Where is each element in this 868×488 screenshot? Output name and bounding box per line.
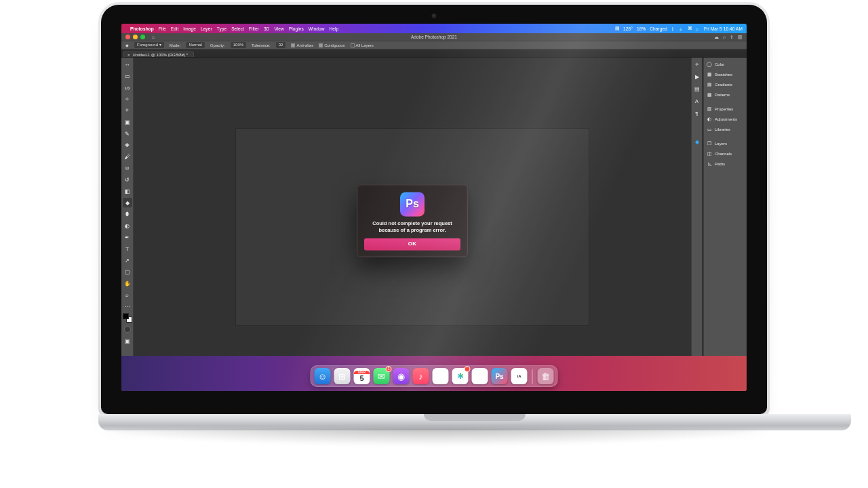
brush-tool-icon[interactable]: 🖌 [123,152,132,161]
dock-podcasts-icon[interactable]: ◉ [393,368,410,384]
menu-window[interactable]: Window [309,26,325,31]
tolerance-input[interactable]: 32 [276,42,286,48]
panel-strip-icon[interactable]: ▤ [693,85,701,93]
crop-tool-icon[interactable]: ⌗ [123,106,132,115]
dock-photoshop-icon[interactable]: Ps [492,368,508,384]
panel-strip-icon[interactable]: A [693,97,701,105]
menu-layer[interactable]: Layer [201,26,212,31]
error-dialog: Ps Could not complete your request becau… [357,184,468,257]
workspace-icon[interactable]: ▥ [738,35,743,40]
cloud-icon[interactable]: ☁ [714,35,719,40]
bluetooth-icon[interactable]: ᛒ [671,26,675,31]
healing-tool-icon[interactable]: ✚ [123,140,132,150]
panel-adjustments[interactable]: ◐Adjustments [704,114,747,124]
search-docs-icon[interactable]: ⌕ [723,35,726,40]
panel-list: ◯Color ▦Swatches ▤Gradients ▩Patterns ▥P… [703,58,747,384]
blur-tool-icon[interactable]: ⬮ [123,209,132,219]
eyedropper-tool-icon[interactable]: ✎ [123,129,132,138]
menu-type[interactable]: Type [217,26,227,31]
control-center-icon[interactable]: ⌘ [688,26,692,31]
panel-swatches[interactable]: ▦Swatches [704,69,747,79]
zoom-tool-icon[interactable]: ⌕ [123,290,132,300]
lasso-tool-icon[interactable]: ᔕ [123,83,132,92]
frame-tool-icon[interactable]: ▣ [123,117,132,127]
menu-file[interactable]: File [159,26,166,31]
menubar-battery[interactable]: Charged [650,26,667,31]
istat-icon[interactable]: ▤ [615,26,619,31]
dock-music-icon[interactable]: ♪ [413,368,429,384]
paint-bucket-icon[interactable]: ◆ [125,43,129,47]
path-tool-icon[interactable]: ↗ [123,256,132,265]
stamp-tool-icon[interactable]: ⧇ [123,163,132,173]
home-icon[interactable]: ⌂ [152,35,155,39]
dock-calendar-icon[interactable]: MAR5 [354,368,370,384]
panel-paths[interactable]: ◺Paths [704,159,747,169]
tab-close-icon[interactable]: × [127,53,130,57]
wifi-icon[interactable]: ⏚ [679,26,684,31]
menubar-app-name[interactable]: Photoshop [130,26,154,31]
menu-help[interactable]: Help [330,26,339,31]
screen-mode-icon[interactable]: ▣ [123,336,132,346]
dodge-tool-icon[interactable]: ◐ [123,221,132,230]
menu-filter[interactable]: Filter [249,26,259,31]
macos-dock: ☺ ⊞ MAR5 ✉1 ◉ ♪ ▲ ✱ ✈ Ps iA 🗑 [311,365,558,387]
pen-tool-icon[interactable]: ✒ [123,232,132,242]
anti-alias-checkbox[interactable]: Anti-alias [291,43,313,47]
menubar-datetime[interactable]: Fri Mar 5 10:40 AM [704,26,743,31]
quick-mask-icon[interactable] [123,325,132,334]
contiguous-checkbox[interactable]: Contiguous [319,43,344,47]
panel-gradients[interactable]: ▤Gradients [704,79,747,89]
dock-launchpad-icon[interactable]: ⊞ [334,368,351,384]
marquee-tool-icon[interactable]: ▭ [123,71,132,81]
panel-strip-icon[interactable]: ¶ [693,109,701,117]
dock-brave-icon[interactable]: ▲ [433,368,449,384]
wand-tool-icon[interactable]: ✧ [123,94,132,104]
type-tool-icon[interactable]: T [123,244,132,253]
dock-slack-icon[interactable]: ✱ [452,368,469,384]
all-layers-checkbox[interactable]: All Layers [351,43,374,47]
history-brush-tool-icon[interactable]: ↺ [123,175,132,184]
fill-source-dropdown[interactable]: Foreground ▾ [134,42,164,48]
share-icon[interactable]: ⇪ [730,35,734,40]
panel-strip-icon[interactable]: ◆ [693,138,701,146]
panel-properties[interactable]: ▥Properties [704,104,747,114]
panel-patterns[interactable]: ▩Patterns [704,89,747,100]
eraser-tool-icon[interactable]: ◧ [123,186,132,196]
traffic-zoom-icon[interactable] [140,35,145,39]
paint-bucket-tool-icon[interactable]: ◆ [123,198,132,207]
opacity-input[interactable]: 100% [231,42,246,48]
shape-tool-icon[interactable]: ▢ [123,267,132,277]
traffic-close-icon[interactable] [125,35,130,39]
search-icon[interactable]: ⌕ [696,26,700,31]
color-swatches-icon[interactable] [123,313,132,323]
dock-finder-icon[interactable]: ☺ [315,368,331,384]
tools-panel: ↔ ▭ ᔕ ✧ ⌗ ▣ ✎ ✚ 🖌 ⧇ ↺ ◧ ◆ ⬮ ◐ [121,58,134,384]
dock-divider [532,369,533,384]
dock-messages-icon[interactable]: ✉1 [374,368,390,384]
edit-toolbar-icon[interactable]: ⋯ [123,302,132,311]
traffic-minimize-icon[interactable] [133,35,138,39]
panel-layers[interactable]: ❐Layers [704,138,747,148]
dock-iawriter-icon[interactable]: iA [511,368,528,384]
panel-strip-icon[interactable]: ⟡ [693,60,701,68]
move-tool-icon[interactable]: ↔ [123,60,132,69]
hand-tool-icon[interactable]: ✋ [123,279,132,288]
app-titlebar: ⌂ Adobe Photoshop 2021 ☁ ⌕ ⇪ ▥ [121,33,747,41]
opt-opacity-label: Opacity: [210,43,225,47]
mode-dropdown[interactable]: Normal [186,42,204,48]
menu-view[interactable]: View [274,26,283,31]
document-tab[interactable]: × Untitled-1 @ 100% (RGB/8#) * [123,52,194,57]
menu-plugins[interactable]: Plugins [289,26,304,31]
dock-trash-icon[interactable]: 🗑 [538,368,554,384]
panel-color[interactable]: ◯Color [704,59,747,69]
ok-button[interactable]: OK [364,238,460,250]
panel-libraries[interactable]: ▭Libraries [704,124,747,134]
menu-edit[interactable]: Edit [171,26,179,31]
panel-strip-icon[interactable]: ▶ [693,73,701,81]
menu-3d[interactable]: 3D [264,26,270,31]
menu-image[interactable]: Image [183,26,196,31]
menu-select[interactable]: Select [231,26,244,31]
panel-channels[interactable]: ◫Channels [704,148,747,159]
dock-tweetbot-icon[interactable]: ✈ [472,368,488,384]
canvas-area[interactable]: Ps Could not complete your request becau… [134,58,691,384]
